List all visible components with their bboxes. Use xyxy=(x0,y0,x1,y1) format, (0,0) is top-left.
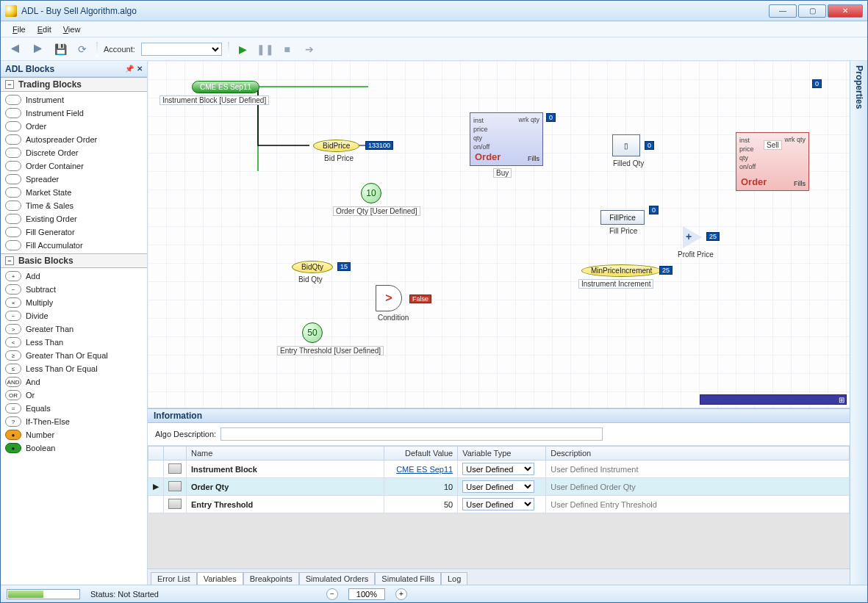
menu-file[interactable]: File xyxy=(8,24,30,35)
binoculars-icon[interactable] xyxy=(168,481,182,491)
information-panel: Information Algo Description: Name Defau… xyxy=(148,408,850,585)
block-icon: × xyxy=(5,297,21,308)
pause-button[interactable]: ❚❚ xyxy=(257,41,273,57)
block-item[interactable]: Discrete Order xyxy=(1,146,147,159)
block-item[interactable]: Autospreader Order xyxy=(1,133,147,146)
algo-description-input[interactable] xyxy=(220,427,603,441)
collapse-icon[interactable]: − xyxy=(5,80,14,89)
node-profitprice[interactable] xyxy=(683,226,702,248)
nav-back-button[interactable]: ⯇ xyxy=(8,41,24,57)
col-name[interactable]: Name xyxy=(187,447,384,461)
block-item[interactable]: Market State xyxy=(1,186,147,199)
block-item[interactable]: Time & Sales xyxy=(1,199,147,212)
block-item[interactable]: ≥Greater Than Or Equal xyxy=(1,349,147,362)
block-item[interactable]: Order Container xyxy=(1,159,147,173)
block-item[interactable]: <Less Than xyxy=(1,336,147,349)
variables-grid[interactable]: Name Default Value Variable Type Descrip… xyxy=(148,446,850,513)
table-row[interactable]: Entry Threshold50User DefinedUser Define… xyxy=(148,496,850,513)
block-item[interactable]: ●Number xyxy=(1,428,147,441)
block-icon xyxy=(5,161,21,171)
trading-blocks-list: InstrumentInstrument FieldOrderAutosprea… xyxy=(1,92,147,253)
caption-entrythreshold: Entry Threshold [User Defined] xyxy=(277,346,384,355)
binoculars-icon[interactable] xyxy=(168,499,182,509)
value-fillprice: 0 xyxy=(649,206,659,214)
tab-simulated-orders[interactable]: Simulated Orders xyxy=(299,572,376,585)
col-vtype[interactable]: Variable Type xyxy=(458,447,546,461)
variable-type-select[interactable]: User Defined xyxy=(462,463,534,475)
info-tabs: Error ListVariablesBreakpointsSimulated … xyxy=(148,568,850,585)
tab-simulated-fills[interactable]: Simulated Fills xyxy=(375,572,441,585)
tab-variables[interactable]: Variables xyxy=(197,572,243,585)
account-select[interactable] xyxy=(141,43,222,56)
block-item[interactable]: >Greater Than xyxy=(1,322,147,336)
canvas-area[interactable]: CME ES Sep11 Instrument Block [User Defi… xyxy=(148,61,850,408)
zoom-out-button[interactable]: − xyxy=(326,588,338,600)
node-condition[interactable]: > xyxy=(376,285,402,311)
block-item[interactable]: =Equals xyxy=(1,402,147,415)
node-order-buy[interactable]: inst price qty on/off wrk qty Fills Orde… xyxy=(470,112,543,166)
collapse-icon[interactable]: − xyxy=(5,256,14,265)
col-default[interactable]: Default Value xyxy=(384,447,458,461)
block-item[interactable]: −Subtract xyxy=(1,283,147,296)
node-orderqty[interactable]: 10 xyxy=(361,183,381,203)
col-desc[interactable]: Description xyxy=(546,447,850,461)
block-item[interactable]: ?If-Then-Else xyxy=(1,415,147,428)
node-filledqty[interactable]: ▯ xyxy=(612,134,640,156)
close-icon[interactable]: ✕ xyxy=(137,65,143,73)
variable-type-select[interactable]: User Defined xyxy=(462,498,534,510)
default-value-link[interactable]: CME ES Sep11 xyxy=(396,465,453,474)
status-bar: Status: Not Started − + xyxy=(1,585,867,602)
blocks-panel-header[interactable]: ADL Blocks 📌 ✕ xyxy=(1,61,147,77)
block-item[interactable]: Existing Order xyxy=(1,212,147,225)
menu-edit[interactable]: Edit xyxy=(33,24,56,35)
pin-icon[interactable]: 📌 xyxy=(125,65,134,73)
tab-error-list[interactable]: Error List xyxy=(151,572,197,585)
node-fillprice[interactable]: FillPrice xyxy=(600,210,645,225)
binoculars-icon[interactable] xyxy=(168,463,182,474)
zoom-input[interactable] xyxy=(348,588,385,600)
node-instrument[interactable]: CME ES Sep11 xyxy=(192,81,259,93)
block-item[interactable]: Instrument xyxy=(1,93,147,106)
step-button[interactable]: ➔ xyxy=(301,41,318,57)
table-row[interactable]: Instrument BlockCME ES Sep11User Defined… xyxy=(148,461,850,478)
save-button[interactable]: 💾 xyxy=(52,41,68,57)
block-item[interactable]: ●Boolean xyxy=(1,441,147,455)
caption-bidqty: Bid Qty xyxy=(296,275,325,284)
block-item[interactable]: ≤Less Than Or Equal xyxy=(1,362,147,375)
properties-panel[interactable]: Properties xyxy=(850,61,867,585)
node-minpriceincrement[interactable]: MinPriceIncrement xyxy=(581,264,661,277)
block-item[interactable]: Fill Accumulator xyxy=(1,239,147,252)
block-item[interactable]: +Add xyxy=(1,270,147,283)
zoom-in-button[interactable]: + xyxy=(395,588,407,600)
block-item[interactable]: ÷Divide xyxy=(1,309,147,322)
maximize-button[interactable]: ▢ xyxy=(798,4,826,18)
tab-log[interactable]: Log xyxy=(441,572,467,585)
basic-blocks-section[interactable]: − Basic Blocks xyxy=(1,253,147,268)
block-item[interactable]: OROr xyxy=(1,389,147,402)
variable-type-select[interactable]: User Defined xyxy=(462,480,534,493)
information-header[interactable]: Information xyxy=(148,408,850,423)
block-item[interactable]: Spreader xyxy=(1,173,147,186)
toolbar: ⯇ ⯈ 💾 ⟳ Account: ▶ ❚❚ ■ ➔ xyxy=(1,37,867,61)
title-bar[interactable]: ADL - Buy Sell Algorithm.algo — ▢ ✕ xyxy=(1,1,867,21)
refresh-button[interactable]: ⟳ xyxy=(74,41,90,57)
menu-view[interactable]: View xyxy=(59,24,85,35)
close-button[interactable]: ✕ xyxy=(828,4,863,18)
table-row[interactable]: ▶Order Qty10User DefinedUser Defined Ord… xyxy=(148,478,850,496)
block-item[interactable]: ANDAnd xyxy=(1,375,147,389)
trading-blocks-section[interactable]: − Trading Blocks xyxy=(1,77,147,92)
node-bidqty[interactable]: BidQty xyxy=(292,261,333,273)
block-item[interactable]: Instrument Field xyxy=(1,106,147,120)
block-item[interactable]: Fill Generator xyxy=(1,225,147,239)
node-bidprice[interactable]: BidPrice xyxy=(313,140,359,152)
block-item[interactable]: Order xyxy=(1,120,147,133)
play-button[interactable]: ▶ xyxy=(235,41,251,57)
tab-breakpoints[interactable]: Breakpoints xyxy=(243,572,299,585)
block-item[interactable]: ×Multiply xyxy=(1,296,147,309)
nav-forward-button[interactable]: ⯈ xyxy=(30,41,46,57)
stop-button[interactable]: ■ xyxy=(279,41,295,57)
minimap[interactable]: ⊞ xyxy=(700,394,847,405)
node-entrythreshold[interactable]: 50 xyxy=(302,322,323,343)
minimize-button[interactable]: — xyxy=(769,4,797,18)
block-icon: ≥ xyxy=(5,350,21,361)
